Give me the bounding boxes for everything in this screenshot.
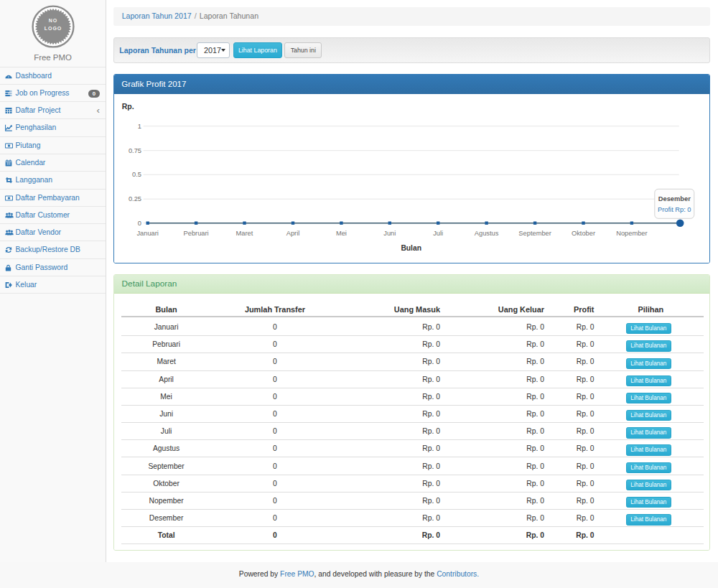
svg-text:Desember: Desember	[658, 195, 691, 202]
svg-text:0: 0	[138, 220, 141, 227]
svg-text:0.75: 0.75	[129, 147, 141, 154]
svg-text:LOGO: LOGO	[44, 26, 62, 31]
svg-text:Juni: Juni	[384, 230, 396, 237]
svg-text:0.25: 0.25	[129, 196, 141, 203]
svg-text:Rp.: Rp.	[122, 102, 134, 111]
svg-text:Agustus: Agustus	[475, 230, 499, 237]
svg-text:April: April	[286, 230, 300, 237]
svg-text:Maret: Maret	[236, 230, 253, 237]
svg-text:Nopember: Nopember	[616, 230, 647, 237]
svg-text:0.5: 0.5	[132, 172, 141, 179]
svg-text:Januari: Januari	[137, 230, 159, 237]
svg-text:NO: NO	[48, 18, 57, 23]
svg-text:Juli: Juli	[434, 230, 444, 237]
svg-text:September: September	[519, 230, 551, 237]
svg-text:Mei: Mei	[336, 230, 347, 237]
svg-text:Oktober: Oktober	[572, 230, 595, 237]
svg-text:Pebruari: Pebruari	[184, 230, 209, 237]
svg-text:Bulan: Bulan	[401, 244, 422, 252]
svg-text:1: 1	[138, 123, 141, 130]
svg-text:Profit Rp: 0: Profit Rp: 0	[658, 206, 691, 213]
